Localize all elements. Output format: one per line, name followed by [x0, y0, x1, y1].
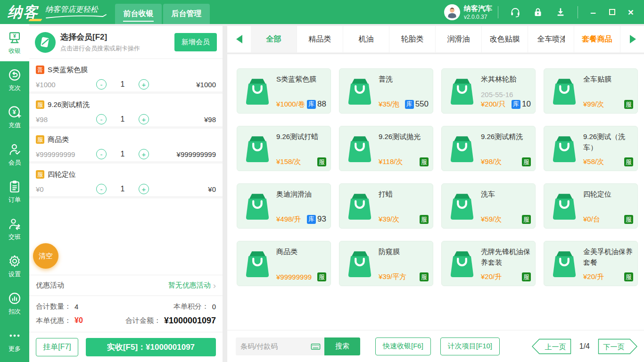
total-qty-value: 4 — [74, 303, 78, 311]
arrow-right-icon — [630, 35, 636, 43]
shopping-bag-icon — [345, 249, 374, 278]
decrease-qty-button[interactable]: - — [96, 79, 107, 90]
product-card[interactable]: 防窥膜 ¥39/平方 服 — [339, 241, 433, 286]
product-card[interactable]: 商品类 ¥99999999 服 — [237, 241, 331, 286]
product-name: 9.26测试打蜡 — [276, 132, 326, 142]
product-card[interactable]: 打蜡 ¥39/次 服 — [339, 183, 433, 229]
minimize-button[interactable]: – — [586, 5, 600, 19]
sidebar-item-recharge-times[interactable]: 充次 — [0, 61, 29, 99]
product-price: ¥59/次 — [481, 215, 502, 224]
category-tab-color-film[interactable]: 改色贴膜 — [482, 26, 528, 52]
catalog-footer: 搜索 快速收银[F6] 计次项目[F10] 上一页 1/4 下一页 — [227, 330, 644, 362]
sidebar-item-deduct[interactable]: 扣次 — [0, 285, 29, 322]
hold-order-button[interactable]: 挂单[F7] — [36, 338, 78, 356]
category-tab-all[interactable]: 全部 — [251, 26, 297, 52]
svg-text:下一页: 下一页 — [603, 342, 625, 350]
service-badge: 服 — [522, 272, 531, 281]
download-icon[interactable] — [555, 7, 566, 18]
svg-text:¥: ¥ — [13, 108, 16, 115]
discount-value: ¥0 — [74, 316, 83, 325]
category-tab-engine-oil[interactable]: 机油 — [343, 26, 389, 52]
sidebar-item-settings[interactable]: 设置 — [0, 247, 29, 285]
service-badge: 服 — [317, 157, 326, 166]
keyboard-icon[interactable] — [310, 341, 321, 352]
slogan-swoosh — [45, 14, 107, 19]
sidebar-item-member[interactable]: 会员 — [0, 136, 29, 173]
clear-cart-button[interactable]: 清空 — [33, 243, 58, 269]
divider — [578, 6, 578, 18]
product-card[interactable]: 全车贴膜 ¥99/次 服 — [544, 68, 638, 114]
shopping-bag-icon — [550, 76, 579, 106]
customer-service-icon[interactable] — [510, 7, 521, 18]
header-tab-cashier[interactable]: 前台收银 — [115, 4, 162, 24]
shopping-bag-icon — [243, 191, 272, 221]
product-card[interactable]: 9.26测试打蜡 ¥158/次 服 — [237, 126, 331, 171]
app-version: v2.0.0.37 — [464, 14, 492, 20]
category-tab-tires[interactable]: 轮胎类 — [389, 26, 436, 52]
item-qty: 1 — [107, 185, 139, 193]
increase-qty-button[interactable]: + — [139, 79, 149, 90]
recharge-times-icon — [8, 68, 22, 82]
service-badge: 服 — [624, 157, 633, 166]
header-tab-admin[interactable]: 后台管理 — [163, 4, 210, 24]
close-button[interactable]: × — [624, 5, 638, 19]
promo-row: 优惠活动 暂无优惠活动 › — [29, 275, 223, 296]
checkout-button[interactable]: 实收[F5]：¥1000001097 — [86, 338, 216, 356]
category-tab-packages[interactable]: 套餐商品 — [574, 26, 620, 52]
maximize-icon — [609, 9, 615, 15]
decrease-qty-button[interactable]: - — [96, 114, 107, 124]
product-price: ¥99/次 — [583, 100, 604, 109]
product-card[interactable]: 金美孚机油保养套餐 ¥20/升 服 — [544, 241, 638, 286]
product-name: 全车贴膜 — [583, 74, 633, 85]
deduct-icon — [8, 291, 22, 305]
decrease-qty-button[interactable]: - — [96, 184, 107, 194]
member-select[interactable]: 选择会员[F2] 点击进行会员搜索或刷卡操作 新增会员 — [29, 26, 223, 59]
category-tab-lubricant[interactable]: 润滑油 — [436, 26, 482, 52]
next-page-button[interactable]: 下一页 — [597, 337, 638, 355]
maximize-button[interactable] — [605, 5, 619, 19]
category-tab-full-spray[interactable]: 全车喷漆 — [528, 26, 574, 52]
product-card[interactable]: 9.26测试（洗车） ¥58/次 服 — [544, 126, 638, 171]
prev-page-button[interactable]: 上一页 — [531, 337, 572, 355]
promo-value[interactable]: 暂无优惠活动 › — [168, 281, 216, 290]
decrease-qty-button[interactable]: - — [96, 149, 107, 159]
cart-panel: 选择会员[F2] 点击进行会员搜索或刷卡操作 新增会员 普 S类蓝紫色膜 ¥10… — [29, 26, 223, 362]
count-items-button[interactable]: 计次项目[F10] — [440, 337, 500, 355]
sidebar-item-shift[interactable]: 交班 — [0, 210, 29, 247]
product-card[interactable]: 9.26测试抛光 ¥118/次 服 — [339, 126, 433, 171]
product-price: ¥158/次 — [276, 157, 301, 166]
shopping-bag-icon — [447, 191, 477, 221]
product-card[interactable]: 四轮定位 ¥0/台 服 — [544, 183, 638, 229]
divider — [498, 6, 498, 18]
increase-qty-button[interactable]: + — [139, 184, 149, 194]
product-card[interactable]: 9.26测试精洗 ¥98/次 服 — [441, 126, 536, 171]
sidebar-item-orders[interactable]: 订单 — [0, 173, 29, 210]
product-name: S类蓝紫色膜 — [276, 74, 326, 85]
product-card[interactable]: 壳牌先锋机油保养套装 ¥20/升 服 — [441, 241, 536, 286]
sidebar-item-cashier[interactable]: ¥收银 — [0, 24, 29, 61]
product-card[interactable]: 奥迪润滑油 ¥498/升 库 93 — [237, 183, 331, 229]
lock-icon[interactable] — [532, 7, 544, 18]
increase-qty-button[interactable]: + — [139, 114, 149, 124]
search-button[interactable]: 搜索 — [324, 337, 360, 355]
product-name: 防窥膜 — [379, 247, 429, 257]
category-scroll-right-button[interactable] — [621, 26, 644, 52]
cart-summary-section: 优惠活动 暂无优惠活动 › 合计数量： 4 本单积分： 0 本单优惠： — [29, 275, 223, 362]
sidebar-item-more[interactable]: 更多 — [0, 322, 29, 359]
product-card[interactable]: 普洗 ¥35/泡 库 550 — [339, 68, 433, 114]
category-tab-boutique[interactable]: 精品类 — [297, 26, 343, 52]
product-card[interactable]: 米其林轮胎 205-55-16 ¥200/只 库 10 — [441, 68, 536, 114]
category-scroll-left-button[interactable] — [227, 26, 251, 52]
member-select-hint: 点击进行会员搜索或刷卡操作 — [60, 44, 140, 53]
svg-text:上一页: 上一页 — [545, 342, 566, 350]
add-member-button[interactable]: 新增会员 — [174, 33, 217, 51]
sidebar-item-recharge[interactable]: ¥充值 — [0, 99, 29, 136]
avatar[interactable] — [444, 4, 460, 20]
product-name: 洗车 — [481, 189, 531, 200]
product-card[interactable]: 洗车 ¥59/次 服 — [441, 183, 536, 229]
product-card[interactable]: S类蓝紫色膜 ¥1000/卷 库 88 — [237, 68, 331, 114]
product-name: 壳牌先锋机油保养套装 — [481, 247, 531, 268]
stock-count: 88 — [317, 99, 326, 109]
increase-qty-button[interactable]: + — [139, 149, 149, 159]
quick-cashier-button[interactable]: 快速收银[F6] — [375, 337, 431, 355]
